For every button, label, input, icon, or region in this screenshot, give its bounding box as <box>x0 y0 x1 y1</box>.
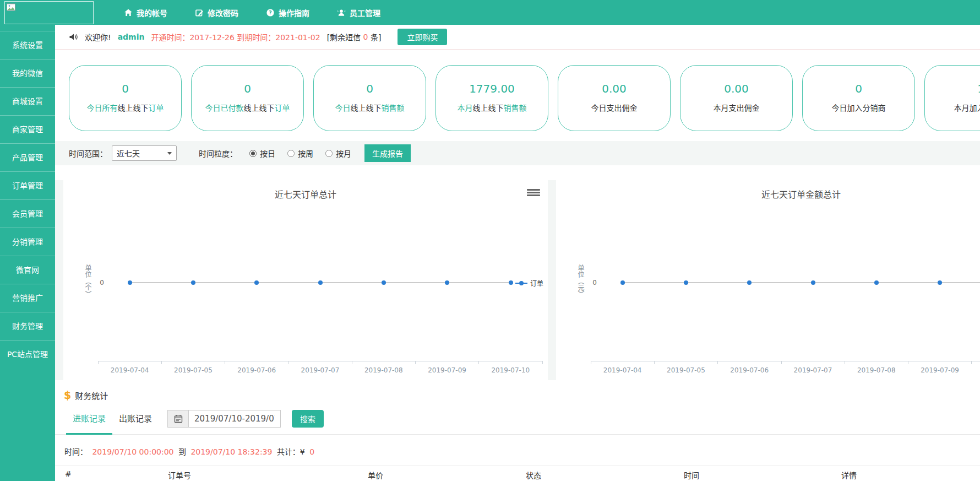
radio-by-week[interactable]: 按周 <box>287 148 313 159</box>
sidebar-item-mall[interactable]: 商城设置 <box>0 87 55 115</box>
sidebar: 系统设置 我的微信 商城设置 商家管理 产品管理 订单管理 会员管理 分销管理 … <box>0 25 55 481</box>
sidebar-item-product[interactable]: 产品管理 <box>0 143 55 171</box>
stat-value: 0 <box>192 82 303 95</box>
stat-card-today-commission[interactable]: 0.00 今日支出佣金 <box>558 65 671 131</box>
time-range-value: 近七天 <box>117 148 140 159</box>
stat-card-today-paid-orders[interactable]: 0 今日已付款线上线下订单 <box>191 65 304 131</box>
stat-card-today-orders[interactable]: 0 今日所有线上线下订单 <box>69 65 182 131</box>
x-axis-labels: 2019-07-04 2019-07-05 2019-07-06 2019-07… <box>591 366 980 374</box>
stat-value: 1779.00 <box>436 82 548 95</box>
sidebar-item-finance[interactable]: 财务管理 <box>0 312 55 340</box>
data-point[interactable] <box>874 280 879 285</box>
question-circle-icon: ? <box>266 8 275 17</box>
data-point[interactable] <box>445 280 449 285</box>
date-range-input[interactable] <box>188 410 281 428</box>
welcome-greeting: 欢迎你! <box>85 31 111 42</box>
stat-card-today-distributors[interactable]: 0 今日加入分销商 <box>802 65 915 131</box>
chart-title: 近七天订单金额总计 <box>556 180 980 201</box>
spacer <box>55 165 980 180</box>
nav-staff[interactable]: 员工管理 <box>337 7 380 18</box>
sidebar-item-order[interactable]: 订单管理 <box>0 171 55 199</box>
edit-icon <box>195 8 204 17</box>
topbar: 我的帐号 修改密码 ? 操作指南 员工管理 <box>0 0 980 25</box>
hamburger-menu-icon[interactable] <box>527 186 540 198</box>
sidebar-item-merchant[interactable]: 商家管理 <box>0 115 55 143</box>
stat-card-month-distributors[interactable]: 1 本月加入分销商 <box>924 65 980 131</box>
finance-header: $ 财务统计 <box>55 380 980 401</box>
data-point[interactable] <box>811 280 815 285</box>
tab-income-records[interactable]: 进账记录 <box>66 409 112 435</box>
data-point[interactable] <box>318 280 323 285</box>
stat-label: 今日线上线下销售额 <box>314 102 426 113</box>
stat-value: 0.00 <box>680 82 792 95</box>
sidebar-item-wechat[interactable]: 我的微信 <box>0 59 55 87</box>
username: admin <box>118 33 145 41</box>
col-status: 状态 <box>526 469 541 480</box>
nav-change-password[interactable]: 修改密码 <box>195 7 238 18</box>
total-label: 共计：¥ <box>277 447 305 456</box>
sidebar-item-microsite[interactable]: 微官网 <box>0 256 55 284</box>
finance-title: 财务统计 <box>75 390 108 401</box>
sms-count: 0 <box>363 33 368 41</box>
welcome-bar: 欢迎你! admin 开通时间：2017-12-26 到期时间：2021-01-… <box>55 25 980 50</box>
data-point[interactable] <box>509 280 513 285</box>
data-point[interactable] <box>254 280 259 285</box>
stat-label: 今日所有线上线下订单 <box>69 102 181 113</box>
sidebar-item-system[interactable]: 系统设置 <box>0 31 55 59</box>
x-axis-labels: 2019-07-04 2019-07-05 2019-07-06 2019-07… <box>98 366 542 374</box>
stat-label: 本月支出佣金 <box>680 102 792 113</box>
filter-bar: 时间范围： 近七天 时间粒度： 按日 按周 按月 生成报告 <box>55 141 980 165</box>
stat-label: 今日加入分销商 <box>803 102 914 113</box>
charts-section: 近七天订单总计 单位（个） 0 2019-07-04 2019-07-05 20… <box>55 180 980 380</box>
stat-value: 0 <box>803 82 914 95</box>
legend-orders[interactable]: 订单 <box>515 278 543 288</box>
time-from: 2019/07/10 00:00:00 <box>92 447 173 456</box>
sidebar-item-distribution[interactable]: 分销管理 <box>0 228 55 256</box>
stat-value: 0.00 <box>558 82 670 95</box>
stat-card-month-commission[interactable]: 0.00 本月支出佣金 <box>680 65 793 131</box>
y-axis-tick: 0 <box>584 279 597 287</box>
dollar-icon: $ <box>64 389 71 401</box>
radio-by-day[interactable]: 按日 <box>249 148 275 159</box>
buy-now-button[interactable]: 立即购买 <box>398 29 447 45</box>
tab-expense-records[interactable]: 出账记录 <box>112 409 159 431</box>
nav-guide[interactable]: ? 操作指南 <box>266 7 309 18</box>
chart-title: 近七天订单总计 <box>63 180 548 201</box>
col-unit-price: 单价 <box>368 469 383 480</box>
generate-report-button[interactable]: 生成报告 <box>364 144 411 162</box>
sidebar-item-pc-site[interactable]: PC站点管理 <box>0 340 55 368</box>
stat-card-month-sales[interactable]: 1779.00 本月线上线下销售额 <box>435 65 548 131</box>
sms-remaining: [剩余短信 0 条] <box>327 31 382 42</box>
col-index: # <box>65 469 72 478</box>
stat-card-today-sales[interactable]: 0 今日线上线下销售额 <box>313 65 426 131</box>
data-point[interactable] <box>747 280 752 285</box>
nav-my-account[interactable]: 我的帐号 <box>124 7 167 18</box>
granularity-label: 时间粒度： <box>199 148 237 159</box>
data-point[interactable] <box>938 280 942 285</box>
data-point[interactable] <box>128 280 132 285</box>
data-point[interactable] <box>620 280 625 285</box>
sidebar-item-marketing[interactable]: 营销推广 <box>0 284 55 312</box>
data-point[interactable] <box>684 280 688 285</box>
time-summary-row: 时间： 2019/07/10 00:00:00 到 2019/07/10 18:… <box>55 435 980 457</box>
x-axis-line <box>591 361 980 361</box>
radio-by-month[interactable]: 按月 <box>325 148 351 159</box>
main-content: 欢迎你! admin 开通时间：2017-12-26 到期时间：2021-01-… <box>55 25 980 481</box>
data-point[interactable] <box>191 280 195 285</box>
stat-label: 本月线上线下销售额 <box>436 102 548 113</box>
search-button[interactable]: 搜索 <box>292 410 324 428</box>
time-range-select[interactable]: 近七天 <box>112 145 177 161</box>
col-time: 时间 <box>684 469 699 480</box>
broken-image-icon <box>7 3 15 11</box>
col-detail: 详情 <box>841 469 857 480</box>
sidebar-item-member[interactable]: 会员管理 <box>0 199 55 228</box>
stat-value: 1 <box>925 82 980 95</box>
time-to: 2019/07/10 18:32:39 <box>190 447 272 456</box>
order-amount-chart: 近七天订单金额总计 单位（元） 0 2019-07-04 2019-07-05 … <box>556 180 980 380</box>
logo <box>4 1 94 24</box>
finance-tabs: 进账记录 出账记录 搜索 <box>55 409 980 435</box>
data-point[interactable] <box>382 280 386 285</box>
calendar-icon[interactable] <box>167 410 188 428</box>
orders-chart: 近七天订单总计 单位（个） 0 2019-07-04 2019-07-05 20… <box>63 180 548 380</box>
nav-label: 操作指南 <box>279 7 309 18</box>
